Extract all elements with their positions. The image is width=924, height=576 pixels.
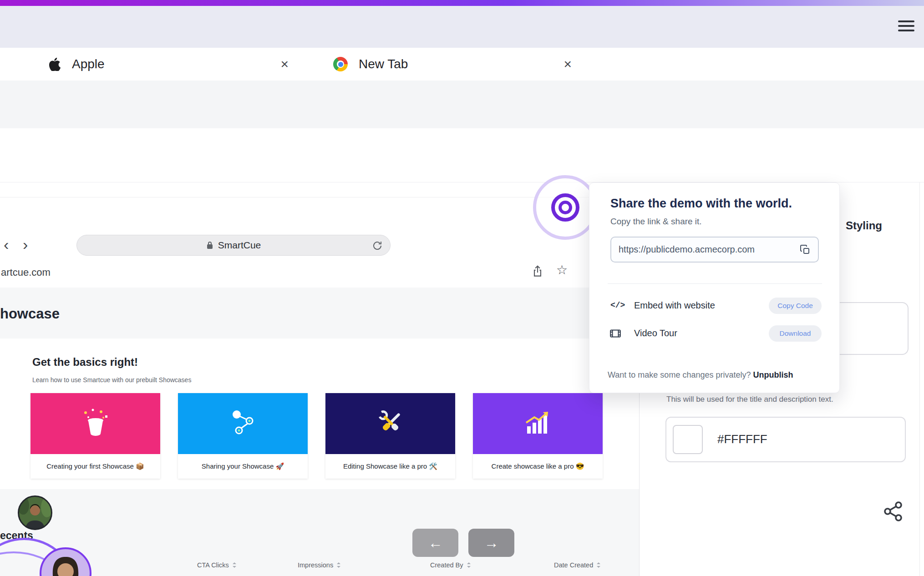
color-value: #FFFFFF	[717, 432, 767, 446]
table-header-label: Impressions	[298, 561, 333, 569]
apple-icon	[49, 57, 61, 71]
card-cover	[30, 393, 160, 454]
sort-icon	[336, 562, 341, 568]
demo-link-field[interactable]: https://publicdemo.acmecorp.com	[610, 237, 819, 263]
tab-label: Apple	[72, 57, 105, 71]
back-chevron-icon[interactable]: ‹	[4, 237, 9, 252]
menu-icon[interactable]	[898, 20, 914, 34]
arrow-left-icon: ←	[428, 536, 443, 550]
tab-close-icon[interactable]: ×	[564, 57, 572, 71]
unpublish-link[interactable]: Unpublish	[753, 370, 793, 379]
popover-title: Share the demo with the world.	[610, 197, 792, 211]
copy-link-icon[interactable]	[800, 244, 811, 255]
table-header-label: Date Created	[554, 561, 593, 569]
table-header-cta-clicks[interactable]: CTA Clicks	[197, 561, 237, 569]
table-header-label: Created By	[430, 561, 463, 569]
card-label: Editing Showcase like a pro 🛠️	[325, 454, 455, 479]
popover-subtitle: Copy the link & share it.	[610, 217, 702, 227]
card-label: Create showcase like a pro 😎	[473, 454, 603, 479]
card-cover	[473, 393, 603, 454]
tab-close-icon[interactable]: ×	[280, 57, 289, 71]
panel-scroll-divider	[919, 182, 920, 576]
app-header: Share	[0, 128, 924, 182]
address-text: SmartCue	[218, 240, 261, 251]
page-url-fragment: artcue.com	[1, 267, 51, 278]
sort-icon	[232, 562, 237, 568]
showcase-card[interactable]: Editing Showcase like a pro 🛠️	[325, 393, 455, 479]
page-share-icon[interactable]	[532, 265, 543, 280]
card-cover	[178, 393, 308, 454]
showcase-card[interactable]: Creating your first Showcase 📦	[30, 393, 160, 479]
tab-apple[interactable]: Apple ×	[46, 48, 300, 81]
popover-divider	[608, 283, 822, 284]
share-links-icon[interactable]	[882, 500, 904, 524]
next-step-button[interactable]: →	[468, 529, 514, 557]
basics-title: Get the basics right!	[32, 356, 138, 369]
share-nodes-icon	[227, 406, 259, 441]
demo-top-border	[0, 197, 589, 197]
tools-icon	[374, 406, 407, 441]
film-icon	[609, 328, 621, 341]
chart-icon	[522, 406, 554, 441]
arrow-right-icon: →	[484, 536, 499, 550]
table-header-date-created[interactable]: Date Created	[554, 561, 601, 569]
lock-icon	[206, 241, 213, 250]
tab-strip: × Apple × New Tab × +	[0, 48, 924, 81]
styling-panel-title: Styling	[846, 219, 882, 232]
table-header-created-by[interactable]: Created By	[430, 561, 471, 569]
card-label: Sharing your Showcase 🚀	[178, 454, 308, 479]
video-tour-label: Video Tour	[634, 328, 677, 339]
basics-subtitle: Learn how to use Smartcue with our prebu…	[32, 376, 191, 384]
top-accent-bar	[0, 0, 924, 6]
showcase-card[interactable]: Create showcase like a pro 😎	[473, 393, 603, 479]
table-header-impressions[interactable]: Impressions	[298, 561, 341, 569]
sort-icon	[467, 562, 471, 568]
table-header-label: CTA Clicks	[197, 561, 229, 569]
card-cover	[325, 393, 455, 454]
confetti-bucket-icon	[79, 406, 112, 441]
forward-chevron-icon[interactable]: ›	[23, 237, 28, 252]
pulse-beacon-core	[558, 201, 572, 214]
tab-new-tab[interactable]: New Tab ×	[326, 48, 584, 81]
page-title-fragment: howcase	[0, 306, 60, 322]
showcase-card[interactable]: Sharing your Showcase 🚀	[178, 393, 308, 479]
prev-step-button[interactable]: ←	[412, 529, 458, 557]
share-popover: Share the demo with the world. Copy the …	[589, 182, 840, 393]
tab-label: New Tab	[359, 57, 408, 71]
chrome-icon	[333, 57, 348, 71]
presenter-avatar-secondary	[39, 547, 92, 576]
card-label: Creating your first Showcase 📦	[30, 454, 160, 479]
sort-icon	[596, 562, 601, 568]
embed-label: Embed with website	[634, 300, 715, 311]
page-bookmark-icon[interactable]: ☆	[556, 264, 568, 277]
color-swatch[interactable]	[673, 425, 703, 454]
presenter-avatar[interactable]	[18, 495, 52, 532]
code-icon: </>	[610, 301, 625, 310]
demo-address-bar[interactable]: SmartCue	[76, 235, 391, 256]
screenshot-root: × Apple × New Tab × +	[0, 0, 924, 576]
popover-footer: Want to make some changes privately? Unp…	[608, 370, 826, 380]
browser-toolbar: S	[0, 81, 924, 128]
demo-link-url: https://publicdemo.acmecorp.com	[619, 244, 755, 255]
refresh-icon[interactable]	[372, 240, 383, 253]
footer-question: Want to make some changes privately?	[608, 370, 753, 379]
download-button[interactable]: Download	[769, 325, 822, 342]
window-header	[0, 6, 924, 48]
copy-code-button[interactable]: Copy Code	[769, 298, 822, 314]
styling-helper-text: This will be used for the title and desc…	[666, 395, 908, 404]
